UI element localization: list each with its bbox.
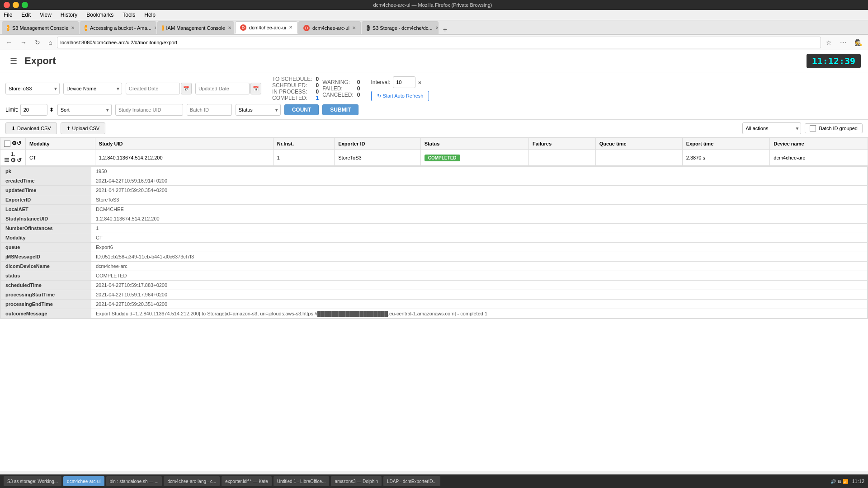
new-tab-button[interactable]: + <box>439 26 451 34</box>
window-title: dcm4chee-arc-ui — Mozilla Firefox (Priva… <box>28 2 837 8</box>
menu-view[interactable]: View <box>38 11 53 19</box>
tab-label-6: S3 Storage · dcm4che/dc... <box>373 25 433 31</box>
col-icons: ⚙↺ <box>12 140 21 146</box>
sidebar-toggle[interactable]: ☰ <box>7 55 20 67</box>
detail-table-row: updatedTime2021-04-22T10:59:20.354+0200 <box>1 186 868 195</box>
table-row[interactable]: 1. ☰ ⚙ ↺ CT 1.2.840.113674.514.212.200 1… <box>0 150 868 166</box>
updated-date-input[interactable] <box>195 83 250 94</box>
close-btn[interactable] <box>4 2 10 8</box>
tab-dcm4chee-2[interactable]: D dcm4chee-arc-ui ✕ <box>298 21 361 34</box>
all-actions-select[interactable]: All actions <box>742 122 801 134</box>
tab-s3-management[interactable]: S S3 Management Console ✕ <box>2 21 79 34</box>
menu-bookmarks[interactable]: Bookmarks <box>85 11 115 19</box>
submit-button[interactable]: SUBMIT <box>322 104 359 115</box>
detail-key: LocalAET <box>1 205 91 214</box>
batch-grouped-checkbox <box>810 125 816 131</box>
created-date-calendar[interactable]: 📅 <box>181 83 192 94</box>
device-name-filter[interactable]: Device Name ▼ <box>63 83 122 94</box>
tab-s3-storage[interactable]: G S3 Storage · dcm4che/dc... ✕ <box>362 21 439 34</box>
limit-input[interactable] <box>20 104 47 116</box>
interval-input[interactable] <box>393 76 415 88</box>
status-select[interactable]: Status <box>236 104 281 116</box>
batch-id-input[interactable] <box>187 104 232 116</box>
reload-button[interactable]: ↻ <box>32 37 43 48</box>
min-btn[interactable] <box>13 2 19 8</box>
cell-modality: CT <box>26 150 95 166</box>
study-instance-uid-input[interactable] <box>115 104 183 116</box>
cell-nr-inst: 1 <box>273 150 335 166</box>
created-date-input[interactable] <box>126 83 180 94</box>
tab-close-2[interactable]: ✕ <box>154 25 156 30</box>
tab-close-1[interactable]: ✕ <box>71 25 75 30</box>
batch-id-grouped-button[interactable]: Batch ID grouped <box>805 123 863 133</box>
row-list-icon[interactable]: ☰ <box>4 157 9 164</box>
tab-label-5: dcm4chee-arc-ui <box>312 25 349 31</box>
menu-tools[interactable]: Tools <box>121 11 137 19</box>
detail-key: queue <box>1 243 91 252</box>
cell-study-uid: 1.2.840.113674.514.212.200 <box>95 150 273 166</box>
page-title: Export <box>24 55 56 67</box>
all-actions-dropdown[interactable]: All actions ▼ <box>742 122 801 134</box>
download-csv-button[interactable]: ⬇ Download CSV <box>5 122 57 134</box>
upload-icon: ⬆ <box>66 126 71 131</box>
row-refresh-icon[interactable]: ↺ <box>17 157 22 164</box>
in-process-label: IN PROCESS: <box>272 89 307 95</box>
tab-favicon-3: I <box>162 25 164 31</box>
menu-file[interactable]: File <box>2 11 14 19</box>
completed-label: COMPLETED: <box>272 95 307 101</box>
row-action-icons[interactable]: ☰ ⚙ ↺ <box>4 157 22 164</box>
col-export-time: Export time <box>682 138 770 150</box>
back-button[interactable]: ← <box>3 37 15 48</box>
detail-table: pk1950createdTime2021-04-22T10:59:16.914… <box>0 166 868 319</box>
count-button[interactable]: COUNT <box>284 104 319 115</box>
forward-button[interactable]: → <box>17 37 30 48</box>
tab-iam[interactable]: I IAM Management Console ✕ <box>157 21 234 34</box>
tab-close-4[interactable]: ✕ <box>289 25 292 30</box>
more-button[interactable]: ⋯ <box>837 37 849 48</box>
col-modality: Modality <box>26 138 95 150</box>
detail-table-row: ModalityCT <box>1 233 868 243</box>
detail-key: ExporterID <box>1 195 91 205</box>
refresh-icon: ↻ <box>377 93 381 99</box>
col-status: Status <box>420 138 528 150</box>
sort-select[interactable]: Sort <box>57 104 112 116</box>
menu-edit[interactable]: Edit <box>19 11 33 19</box>
menu-history[interactable]: History <box>59 11 79 19</box>
limit-spinner[interactable]: ⬍ <box>49 107 54 113</box>
tab-close-6[interactable]: ✕ <box>435 25 439 30</box>
store-to-s3-select[interactable]: StoreToS3 <box>5 83 60 94</box>
tab-close-3[interactable]: ✕ <box>228 25 231 30</box>
detail-table-row: processingEndTime2021-04-22T10:59:20.351… <box>1 300 868 309</box>
store-to-s3-filter[interactable]: StoreToS3 ▼ <box>5 83 60 94</box>
detail-key: createdTime <box>1 176 91 186</box>
home-button[interactable]: ⌂ <box>45 37 55 48</box>
tab-dcm4chee-active[interactable]: D dcm4chee-arc-ui ✕ <box>235 21 297 34</box>
failed-value: 0 <box>357 85 360 92</box>
col-nr-inst: Nr.Inst. <box>273 138 335 150</box>
bookmark-button[interactable]: ☆ <box>823 37 835 48</box>
upload-csv-button[interactable]: ⬆ Upload CSV <box>61 122 106 134</box>
detail-value: 2021-04-22T10:59:16.914+0200 <box>91 176 868 186</box>
tab-accessing-bucket[interactable]: A Accessing a bucket - Ama... ✕ <box>80 21 156 34</box>
tab-label-3: IAM Management Console <box>166 25 225 31</box>
tab-close-5[interactable]: ✕ <box>352 25 356 30</box>
sort-filter[interactable]: Sort ▼ <box>57 104 112 116</box>
row-gear-icon[interactable]: ⚙ <box>10 157 16 164</box>
col-exporter-id: Exporter ID <box>335 138 421 150</box>
updated-date-calendar[interactable]: 📅 <box>250 83 261 94</box>
tab-favicon-6: G <box>367 25 370 31</box>
max-btn[interactable] <box>22 2 28 8</box>
interval-control: Interval: s <box>371 76 421 88</box>
col-select-all[interactable]: ⚙↺ <box>0 138 26 150</box>
url-bar[interactable] <box>57 37 821 48</box>
detail-table-row: StudyInstanceUID1.2.840.113674.514.212.2… <box>1 214 868 224</box>
status-filter[interactable]: Status ▼ <box>236 104 281 116</box>
tab-favicon-4: D <box>240 24 246 31</box>
tab-label-1: S3 Management Console <box>12 25 68 31</box>
table-container: ⚙↺ Modality Study UID Nr.Inst. Exporter … <box>0 137 868 471</box>
auto-refresh-button[interactable]: ↻ Start Auto Refresh <box>371 91 429 101</box>
detail-value: 2021-04-22T10:59:20.354+0200 <box>91 186 868 195</box>
menu-help[interactable]: Help <box>142 11 157 19</box>
select-all-checkbox[interactable] <box>4 141 10 147</box>
device-name-select[interactable]: Device Name <box>63 83 122 94</box>
